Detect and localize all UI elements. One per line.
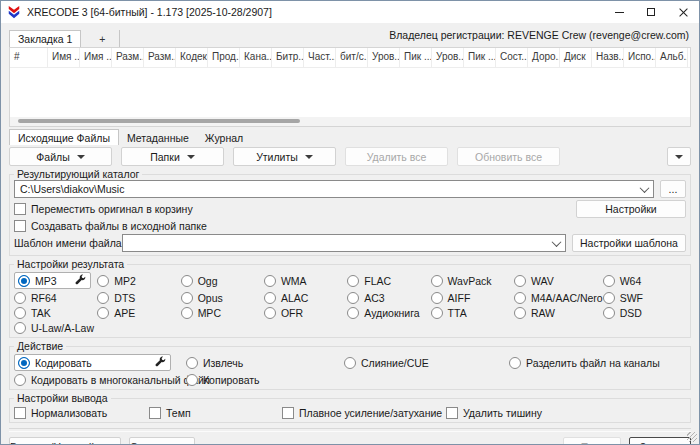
delete-all-button[interactable]: Удалить все — [345, 147, 448, 166]
close-app-button[interactable]: Закрыть — [629, 437, 691, 445]
format-aiff[interactable]: AIFF — [431, 292, 514, 304]
column-header[interactable]: бит/с... — [336, 48, 368, 67]
files-menu-button[interactable]: Файлы — [9, 147, 112, 166]
radio-icon[interactable] — [514, 275, 526, 287]
action-copy[interactable]: Копировать — [186, 374, 344, 386]
column-header[interactable]: Альб... — [656, 48, 688, 67]
column-header[interactable]: Назв... — [592, 48, 624, 67]
format-ogg[interactable]: Ogg — [181, 275, 264, 287]
resize-grip[interactable] — [687, 432, 697, 442]
radio-icon[interactable] — [97, 307, 109, 319]
radio-icon[interactable] — [603, 275, 615, 287]
radio-icon[interactable] — [186, 357, 198, 369]
radio-icon[interactable] — [18, 275, 30, 287]
column-header[interactable]: Имя ... — [48, 48, 80, 67]
wrench-icon[interactable] — [75, 274, 86, 287]
column-header[interactable]: Част... — [304, 48, 336, 67]
radio-icon[interactable] — [14, 374, 26, 386]
radio-icon[interactable] — [14, 292, 26, 304]
format-wav[interactable]: WAV — [514, 275, 603, 287]
radio-icon[interactable] — [347, 292, 359, 304]
column-header[interactable]: Кана... — [240, 48, 272, 67]
radio-icon[interactable] — [431, 307, 443, 319]
column-header[interactable]: Сост... — [496, 48, 528, 67]
column-header[interactable]: Уров... — [432, 48, 464, 67]
column-header[interactable]: Разм... — [112, 48, 144, 67]
column-header[interactable]: Битр... — [272, 48, 304, 67]
format-m4a-aac-nero[interactable]: M4A/AAC/Nero — [514, 292, 603, 304]
radio-icon[interactable] — [514, 292, 526, 304]
column-header[interactable]: Имя ... — [80, 48, 112, 67]
radio-icon[interactable] — [181, 275, 193, 287]
format-w64[interactable]: W64 — [603, 275, 686, 287]
format-raw[interactable]: RAW — [514, 307, 603, 319]
option-remove-silence[interactable]: Удалить тишину — [446, 407, 686, 419]
format-tta[interactable]: TTA — [431, 307, 514, 319]
format-rf64[interactable]: RF64 — [14, 292, 97, 304]
format-ac3[interactable]: AC3 — [347, 292, 430, 304]
radio-icon[interactable] — [186, 374, 198, 386]
column-header[interactable]: Пик ... — [464, 48, 496, 67]
action-encode-box[interactable]: Кодировать — [14, 354, 171, 371]
start-button[interactable]: Пуск — [563, 437, 621, 445]
column-header[interactable]: Испо... — [624, 48, 656, 67]
radio-icon[interactable] — [347, 275, 359, 287]
action-split-channels[interactable]: Разделить файл на каналы — [509, 357, 686, 369]
format-tak[interactable]: TAK — [14, 307, 97, 319]
option-fade-in-out[interactable]: Плавное усиление/затухание — [282, 407, 446, 419]
radio-icon[interactable] — [603, 292, 615, 304]
column-header[interactable]: Прод... — [208, 48, 240, 67]
column-header[interactable]: Пик ... — [400, 48, 432, 67]
format-alac[interactable]: ALAC — [264, 292, 347, 304]
radio-icon[interactable] — [264, 307, 276, 319]
radio-icon[interactable] — [509, 357, 521, 369]
format-audiobook[interactable]: Аудиокнига — [347, 307, 430, 319]
maximize-button[interactable] — [635, 1, 667, 23]
action-merge-cue[interactable]: Слияние/CUE — [344, 357, 509, 369]
radio-icon[interactable] — [264, 292, 276, 304]
format-dsd[interactable]: DSD — [603, 307, 686, 319]
add-tab-button[interactable]: + — [85, 30, 120, 47]
column-header[interactable]: Доро... — [528, 48, 560, 67]
format-mp2[interactable]: MP2 — [97, 275, 180, 287]
format-u-law-a-law[interactable]: U-Law/A-Law — [14, 322, 97, 334]
format-opus[interactable]: Opus — [181, 292, 264, 304]
filename-template-combobox[interactable] — [122, 234, 566, 252]
format-mpc[interactable]: MPC — [181, 307, 264, 319]
action-encode[interactable]: Кодировать — [14, 354, 186, 371]
radio-icon[interactable] — [181, 307, 193, 319]
tab-bookmark-1[interactable]: Закладка 1 — [9, 30, 81, 47]
action-extract[interactable]: Извлечь — [186, 357, 344, 369]
file-list-body[interactable] — [10, 67, 690, 117]
column-header[interactable]: Уров... — [368, 48, 400, 67]
option-move-to-trash[interactable]: Переместить оригинал в корзину — [14, 203, 193, 215]
template-settings-button[interactable]: Настройки шаблона — [572, 234, 686, 252]
format-ape[interactable]: APE — [97, 307, 180, 319]
browse-button[interactable]: ... — [660, 180, 686, 198]
radio-icon[interactable] — [14, 307, 26, 319]
folders-menu-button[interactable]: Папки — [121, 147, 224, 166]
format-wavpack[interactable]: WavPack — [431, 275, 514, 287]
tab-settings-button[interactable]: Вкладка/Настройки — [9, 437, 121, 445]
tab-metadata[interactable]: Метаданные — [119, 130, 197, 145]
checkbox-icon[interactable] — [14, 220, 26, 232]
radio-icon[interactable] — [514, 307, 526, 319]
wrench-icon[interactable] — [155, 356, 166, 369]
horizontal-scrollbar[interactable] — [10, 117, 690, 126]
about-button[interactable]: О программе — [129, 437, 195, 445]
radio-icon[interactable] — [347, 307, 359, 319]
radio-icon[interactable] — [264, 275, 276, 287]
radio-icon[interactable] — [181, 292, 193, 304]
radio-icon[interactable] — [603, 307, 615, 319]
option-tempo[interactable]: Темп — [149, 407, 282, 419]
refresh-all-button[interactable]: Обновить все — [457, 147, 560, 166]
checkbox-icon[interactable] — [149, 407, 161, 419]
checkbox-icon[interactable] — [14, 407, 26, 419]
option-create-in-source[interactable]: Создавать файлы в исходной папке — [14, 220, 207, 232]
toolbar-more-button[interactable] — [667, 147, 691, 166]
radio-icon[interactable] — [18, 357, 30, 369]
format-mp3[interactable]: MP3 — [14, 272, 97, 289]
radio-icon[interactable] — [97, 292, 109, 304]
action-encode-multichannel[interactable]: Кодировать в многоканальный файл — [14, 374, 186, 386]
radio-icon[interactable] — [97, 275, 109, 287]
